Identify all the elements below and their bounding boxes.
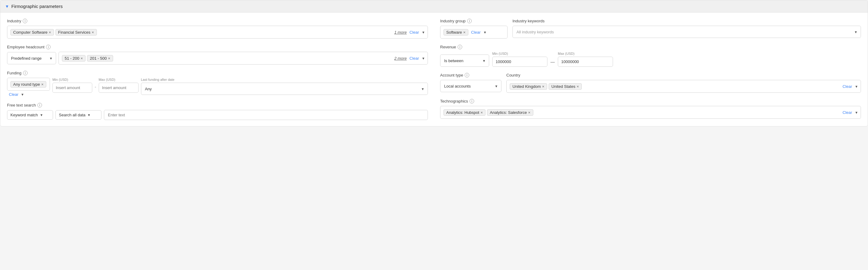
funding-label: Funding i xyxy=(7,71,428,75)
headcount-tags-box[interactable]: 51 - 200 × 201 - 500 × 2 more Clear ▾ xyxy=(59,52,428,65)
funding-min-input[interactable] xyxy=(53,83,92,93)
panel-title: Firmographic parameters xyxy=(11,4,63,9)
headcount-field: Employee headcount i Predefined range ▾ … xyxy=(7,45,428,65)
headcount-type-chevron[interactable]: ▾ xyxy=(50,56,52,61)
country-tag-box[interactable]: United Kingdom × United States × Clear ▾ xyxy=(506,80,861,93)
revenue-type-chevron[interactable]: ▾ xyxy=(483,59,485,63)
industry-tag-box[interactable]: Computer Software × Financial Services ×… xyxy=(7,26,428,39)
tag-any-round-type-remove[interactable]: × xyxy=(41,82,43,86)
tag-analytics-salesforce-remove[interactable]: × xyxy=(528,110,531,114)
industry-chevron-icon[interactable]: ▾ xyxy=(422,30,425,35)
free-text-scope-select[interactable]: Search all data ▾ xyxy=(56,110,101,120)
funding-max-input[interactable] xyxy=(99,83,138,93)
free-text-controls: Keyword match ▾ Search all data ▾ xyxy=(7,110,428,120)
revenue-info-icon[interactable]: i xyxy=(458,45,462,49)
technographics-tag-box[interactable]: Analytics: Hubspot × Analytics: Salesfor… xyxy=(440,106,861,119)
industry-keywords-select[interactable]: All industry keywords ▾ xyxy=(513,26,861,38)
tag-analytics-hubspot-remove[interactable]: × xyxy=(480,110,483,114)
account-type-select[interactable]: Local accounts ▾ xyxy=(440,80,501,92)
tag-software-remove[interactable]: × xyxy=(463,30,466,34)
account-type-info-icon[interactable]: i xyxy=(465,73,469,77)
revenue-label: Revenue i xyxy=(440,45,861,49)
tag-51-200-remove[interactable]: × xyxy=(81,56,83,60)
industry-group-label: Industry group i xyxy=(440,19,507,23)
funding-clear-button[interactable]: Clear xyxy=(8,92,20,97)
technographics-info-icon[interactable]: i xyxy=(470,99,474,103)
funding-max-col: Max (USD) xyxy=(99,78,138,93)
account-type-label: Account type i xyxy=(440,73,501,77)
free-text-field: Free text search i Keyword match ▾ Searc… xyxy=(7,103,428,120)
free-text-label: Free text search i xyxy=(7,103,428,107)
funding-controls: Any round type × Clear ▾ Min (USD) xyxy=(7,78,428,97)
industry-clear-button[interactable]: Clear xyxy=(408,30,420,35)
industry-group-field: Industry group i Software × Clear ▾ xyxy=(440,19,507,39)
panel-body: Industry i Computer Software × Financial… xyxy=(0,12,868,126)
headcount-type-select[interactable]: Predefined range ▾ xyxy=(7,52,56,64)
funding-date-select[interactable]: Any ▾ xyxy=(141,83,428,95)
headcount-controls: Predefined range ▾ 51 - 200 × 201 - 500 … xyxy=(7,52,428,65)
revenue-min-label: Min (USD) xyxy=(492,52,548,56)
tag-computer-software-remove[interactable]: × xyxy=(49,30,51,34)
headcount-info-icon[interactable]: i xyxy=(46,45,51,49)
funding-max-label: Max (USD) xyxy=(99,78,138,81)
tag-united-kingdom: United Kingdom × xyxy=(510,83,547,90)
revenue-max-label: Max (USD) xyxy=(558,52,613,56)
headcount-clear-button[interactable]: Clear xyxy=(408,56,420,61)
tag-analytics-hubspot: Analytics: Hubspot × xyxy=(443,109,486,116)
industry-group-clear-button[interactable]: Clear xyxy=(470,30,482,35)
scope-select-chevron[interactable]: ▾ xyxy=(88,113,90,117)
industry-keywords-label: Industry keywords xyxy=(513,19,861,23)
headcount-chevron-icon[interactable]: ▾ xyxy=(422,56,425,61)
industry-group-chevron[interactable]: ▾ xyxy=(484,30,486,35)
revenue-min-col: Min (USD) xyxy=(492,52,548,67)
funding-info-icon[interactable]: i xyxy=(23,71,28,75)
tag-201-500-remove[interactable]: × xyxy=(108,56,110,60)
industry-keywords-chevron[interactable]: ▾ xyxy=(855,30,857,34)
technographics-label: Technographics i xyxy=(440,99,861,103)
account-type-field: Account type i Local accounts ▾ xyxy=(440,73,501,92)
collapse-icon[interactable]: ▾ xyxy=(6,3,8,9)
industry-group-tag-box[interactable]: Software × Clear ▾ xyxy=(440,26,507,39)
funding-chevron-icon[interactable]: ▾ xyxy=(22,92,24,97)
funding-tags-box[interactable]: Any round type × xyxy=(7,78,50,91)
headcount-label: Employee headcount i xyxy=(7,45,428,49)
match-select-chevron[interactable]: ▾ xyxy=(40,113,42,117)
country-label: Country xyxy=(506,73,861,77)
tag-united-kingdom-remove[interactable]: × xyxy=(542,85,545,89)
tag-financial-services-remove[interactable]: × xyxy=(92,30,94,34)
tag-analytics-salesforce: Analytics: Salesforce × xyxy=(487,109,533,116)
tag-united-states: United States × xyxy=(549,83,582,90)
industry-info-icon[interactable]: i xyxy=(23,19,27,23)
industry-more-link[interactable]: 1 more xyxy=(394,30,406,35)
revenue-dash: — xyxy=(551,59,555,64)
country-chevron[interactable]: ▾ xyxy=(856,84,858,89)
free-text-input[interactable] xyxy=(104,110,428,120)
technographics-chevron[interactable]: ▾ xyxy=(856,110,858,115)
funding-tags-col: Any round type × Clear ▾ xyxy=(7,78,50,97)
funding-field: Funding i Any round type × Clear xyxy=(7,71,428,97)
industry-group-row: Industry group i Software × Clear ▾ xyxy=(440,19,861,39)
revenue-max-input[interactable] xyxy=(558,57,613,67)
headcount-more-link[interactable]: 2 more xyxy=(394,56,406,61)
industry-label: Industry i xyxy=(7,19,428,23)
left-column: Industry i Computer Software × Financial… xyxy=(7,19,428,120)
panel-header: ▾ Firmographic parameters xyxy=(0,0,868,12)
funding-date-chevron[interactable]: ▾ xyxy=(422,87,424,91)
free-text-match-select[interactable]: Keyword match ▾ xyxy=(7,110,53,120)
industry-group-info-icon[interactable]: i xyxy=(467,19,472,23)
tag-computer-software: Computer Software × xyxy=(10,29,54,35)
revenue-type-select[interactable]: Is between ▾ xyxy=(440,55,489,67)
funding-clear-row: Clear ▾ xyxy=(7,92,50,97)
tag-201-500: 201 - 500 × xyxy=(87,55,113,62)
funding-date-label: Last funding after date xyxy=(141,78,428,81)
account-country-row: Account type i Local accounts ▾ Country xyxy=(440,73,861,93)
revenue-max-col: Max (USD) xyxy=(558,52,613,67)
technographics-clear-button[interactable]: Clear xyxy=(841,110,853,115)
tag-united-states-remove[interactable]: × xyxy=(577,85,579,89)
country-clear-button[interactable]: Clear xyxy=(841,84,853,89)
tag-software: Software × xyxy=(443,29,468,35)
free-text-info-icon[interactable]: i xyxy=(37,103,42,107)
revenue-min-input[interactable] xyxy=(492,57,548,67)
account-type-chevron[interactable]: ▾ xyxy=(495,84,497,89)
industry-field: Industry i Computer Software × Financial… xyxy=(7,19,428,39)
